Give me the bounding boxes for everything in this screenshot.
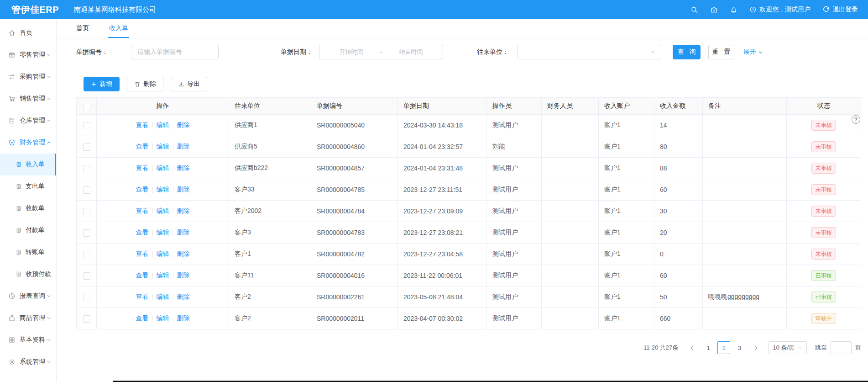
sidebar-item-label: 仓库管理 xyxy=(20,117,46,125)
logout-button[interactable]: 退出登录 xyxy=(822,5,858,14)
row-checkbox[interactable] xyxy=(83,122,90,129)
reset-button[interactable]: 重 置 xyxy=(708,45,734,59)
cell-actions: 查看编辑删除 xyxy=(97,308,229,329)
export-button[interactable]: 导出 xyxy=(171,77,207,91)
row-checkbox[interactable] xyxy=(83,229,90,237)
chevron-down-icon xyxy=(649,49,656,55)
app-logo[interactable]: 管伊佳ERP xyxy=(0,4,68,16)
cell-partner: 供应商b222 xyxy=(229,158,311,179)
view-link[interactable]: 查看 xyxy=(132,271,152,280)
sidebar-item-purchase[interactable]: 采购管理 xyxy=(0,66,56,88)
page-number-current[interactable]: 2 xyxy=(717,341,730,354)
sidebar-subitem[interactable]: 付款单 xyxy=(0,219,56,241)
prev-page-button[interactable] xyxy=(685,341,698,354)
delete-link[interactable]: 删除 xyxy=(173,164,193,172)
sidebar-item-home[interactable]: 首页 xyxy=(0,22,56,44)
view-link[interactable]: 查看 xyxy=(132,314,152,323)
edit-link[interactable]: 编辑 xyxy=(153,207,173,215)
tab-item[interactable]: 首页 xyxy=(75,19,90,38)
edit-link[interactable]: 编辑 xyxy=(153,250,173,258)
help-icon[interactable]: ? xyxy=(852,115,860,124)
view-link[interactable]: 查看 xyxy=(132,207,152,215)
delete-link[interactable]: 删除 xyxy=(173,250,193,258)
view-link[interactable]: 查看 xyxy=(132,293,152,301)
cell-operator: 测试用户 xyxy=(487,244,542,265)
row-checkbox[interactable] xyxy=(83,272,90,280)
sidebar-subitem[interactable]: 支出单 xyxy=(0,175,56,197)
sidebar-item-finance[interactable]: 财务管理 xyxy=(0,132,56,154)
delete-link[interactable]: 删除 xyxy=(173,293,193,301)
sidebar-subitem[interactable]: 收预付款 xyxy=(0,263,56,285)
view-link[interactable]: 查看 xyxy=(132,164,152,172)
edit-link[interactable]: 编辑 xyxy=(153,164,173,172)
chevron-up-icon xyxy=(46,140,52,145)
row-checkbox[interactable] xyxy=(83,208,90,215)
next-page-button[interactable] xyxy=(749,341,762,354)
add-button[interactable]: 新增 xyxy=(84,77,120,91)
delete-link[interactable]: 删除 xyxy=(173,228,193,237)
tab-bar: 首页收入单 xyxy=(57,19,868,38)
table-row: 查看编辑删除客户2SR000000020112023-04-07 00:30:0… xyxy=(77,308,861,329)
sales-icon xyxy=(8,95,16,102)
cell-amount: 14 xyxy=(654,115,703,136)
partner-select[interactable] xyxy=(518,45,661,59)
row-checkbox[interactable] xyxy=(83,186,90,194)
select-all-checkbox[interactable] xyxy=(83,103,90,110)
sidebar-item-goods[interactable]: 商品管理 xyxy=(0,307,56,329)
home-icon xyxy=(8,29,16,37)
cell-operator: 测试用户 xyxy=(487,115,542,136)
view-link[interactable]: 查看 xyxy=(132,121,152,129)
sidebar-subitem[interactable]: 收入单 xyxy=(0,154,56,175)
sidebar-item-report[interactable]: 报表查询 xyxy=(0,285,56,307)
cell-amount: 660 xyxy=(654,308,703,329)
delete-link[interactable]: 删除 xyxy=(173,186,193,194)
welcome-user[interactable]: 欢迎您，测试用户 xyxy=(749,5,810,14)
jump-page-input[interactable] xyxy=(831,341,852,354)
table-row: 查看编辑删除客户1SR000000047822023-12-27 23:04:5… xyxy=(77,244,861,265)
delete-link[interactable]: 删除 xyxy=(173,121,193,129)
delete-button[interactable]: 删除 xyxy=(127,77,163,91)
row-checkbox[interactable] xyxy=(83,294,90,301)
view-link[interactable]: 查看 xyxy=(132,186,152,194)
sidebar-subitem[interactable]: 收款单 xyxy=(0,197,56,219)
sidebar-item-retail[interactable]: 零售管理 xyxy=(0,44,56,66)
delete-link[interactable]: 删除 xyxy=(173,143,193,151)
doc-no-input[interactable]: 请输入单据编号 xyxy=(132,45,219,59)
edit-link[interactable]: 编辑 xyxy=(153,228,173,237)
tab-active[interactable]: 收入单 xyxy=(108,19,129,38)
search-icon[interactable] xyxy=(690,6,698,14)
delete-link[interactable]: 删除 xyxy=(173,207,193,215)
view-link[interactable]: 查看 xyxy=(132,250,152,258)
edit-link[interactable]: 编辑 xyxy=(153,314,173,323)
status-badge: 未审核 xyxy=(811,120,836,131)
edit-link[interactable]: 编辑 xyxy=(153,186,173,194)
search-button[interactable]: 查 询 xyxy=(673,45,701,59)
delete-link[interactable]: 删除 xyxy=(173,314,193,323)
expand-filters-link[interactable]: 展开 xyxy=(743,48,763,56)
edit-link[interactable]: 编辑 xyxy=(153,121,173,129)
edit-link[interactable]: 编辑 xyxy=(153,293,173,301)
row-checkbox[interactable] xyxy=(83,165,90,172)
bank-icon[interactable] xyxy=(710,6,718,14)
row-checkbox[interactable] xyxy=(83,143,90,151)
sidebar-item-sales[interactable]: 销售管理 xyxy=(0,88,56,110)
row-checkbox[interactable] xyxy=(83,315,90,323)
edit-link[interactable]: 编辑 xyxy=(153,143,173,151)
sidebar-item-system[interactable]: 系统管理 xyxy=(0,351,56,373)
cell-status: 审核中 xyxy=(787,308,861,329)
bell-icon[interactable] xyxy=(730,6,737,14)
sidebar-item-basic[interactable]: 基本资料 xyxy=(0,329,56,351)
row-checkbox[interactable] xyxy=(83,251,90,258)
page-number[interactable]: 3 xyxy=(733,341,746,354)
delete-link[interactable]: 删除 xyxy=(173,271,193,280)
date-range-input[interactable]: 开始时间 ~ 结束时间 xyxy=(319,45,443,59)
view-link[interactable]: 查看 xyxy=(132,143,152,151)
view-link[interactable]: 查看 xyxy=(132,228,152,237)
sidebar-subitem[interactable]: 转账单 xyxy=(0,241,56,263)
page-size-select[interactable]: 10 条/页 xyxy=(769,341,807,354)
cell-account: 账户1 xyxy=(599,265,654,286)
edit-link[interactable]: 编辑 xyxy=(153,271,173,280)
sidebar-item-warehouse[interactable]: 仓库管理 xyxy=(0,110,56,132)
cell-remark xyxy=(703,179,787,201)
page-number[interactable]: 1 xyxy=(702,341,715,354)
